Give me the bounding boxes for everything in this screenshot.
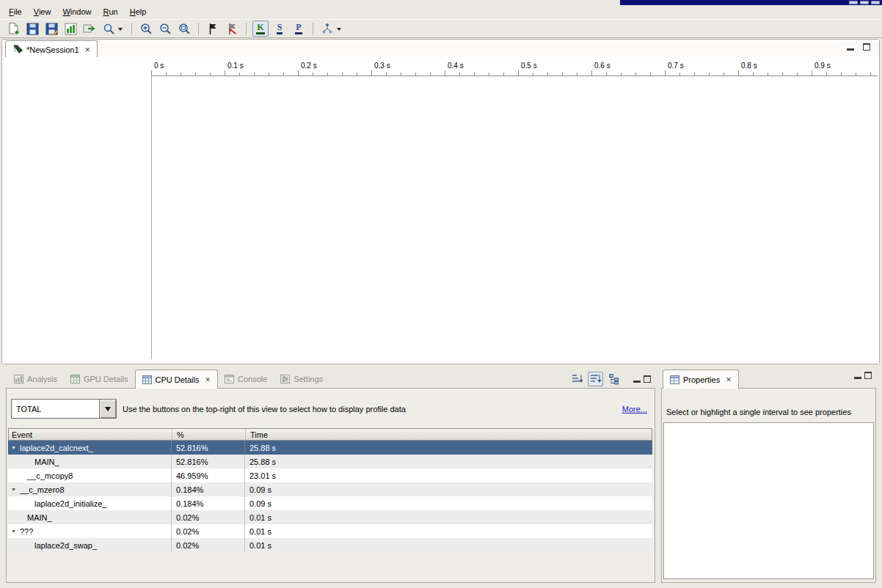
time-cell: 0.01 s: [245, 524, 652, 538]
time-cell: 0.09 s: [245, 496, 652, 510]
process-mode-icon[interactable]: P: [291, 21, 307, 37]
tab-cpu-details[interactable]: CPU Details ✕: [135, 370, 218, 389]
expander-icon[interactable]: ▼: [11, 441, 20, 455]
minimize-view-icon[interactable]: [633, 376, 641, 383]
maximize-view-icon[interactable]: [864, 372, 872, 379]
event-table-body: ▼laplace2d_calcnext_52.816%25.88 sMAIN_5…: [8, 441, 652, 552]
run-analysis-icon[interactable]: [319, 21, 335, 37]
column-header-percent[interactable]: %: [172, 429, 246, 440]
ruler-minor-tick: [547, 73, 548, 76]
save-icon[interactable]: [24, 21, 40, 37]
minimize-view-icon[interactable]: [847, 44, 854, 51]
menu-help[interactable]: Help: [124, 7, 153, 18]
tab-settings[interactable]: Settings: [274, 370, 329, 388]
query-dropdown-icon[interactable]: [118, 28, 123, 33]
more-link[interactable]: More...: [622, 405, 647, 414]
ruler-minor-tick: [562, 73, 563, 76]
toolbar-separator: [131, 23, 132, 35]
event-label: __c_mcopy8: [27, 471, 73, 480]
table-row[interactable]: laplace2d_initialize_0.184%0.09 s: [8, 496, 652, 510]
clear-flag-icon[interactable]: [224, 21, 240, 37]
maximize-view-icon[interactable]: [863, 43, 870, 51]
ruler-minor-tick: [870, 73, 871, 76]
ruler-minor-tick: [327, 73, 328, 76]
sort-by-percent-icon[interactable]: [569, 372, 585, 386]
ruler-minor-tick: [694, 73, 695, 76]
new-session-icon[interactable]: [5, 21, 21, 37]
tree-view-icon[interactable]: [606, 372, 622, 386]
window-minimize-icon[interactable]: [849, 1, 858, 4]
ruler-major-tick: [225, 70, 225, 76]
session-editor: *NewSession1 ✕ 0 s0.1 s0.2 s0.3 s0.4 s0.…: [1, 39, 880, 364]
ruler-minor-tick: [269, 73, 269, 76]
percent-cell: 52.816%: [172, 441, 245, 455]
sort-by-time-icon[interactable]: [588, 372, 603, 386]
zoom-in-icon[interactable]: [138, 21, 154, 37]
expander-icon[interactable]: ▼: [11, 524, 20, 538]
tab-analysis[interactable]: Analysis: [7, 370, 64, 388]
expander-icon[interactable]: ▼: [11, 482, 20, 496]
analysis-dropdown-icon[interactable]: [337, 28, 341, 33]
timeline-canvas: [152, 76, 879, 364]
ruler-minor-tick: [181, 73, 181, 76]
table-row[interactable]: __c_mcopy846.959%23.01 s: [8, 468, 652, 482]
table-row[interactable]: laplace2d_swap_0.02%0.01 s: [8, 538, 652, 552]
query-icon[interactable]: [101, 21, 117, 37]
close-tab-icon[interactable]: ✕: [726, 376, 732, 383]
ruler-minor-tick: [577, 73, 577, 76]
table-row[interactable]: MAIN_52.816%25.88 s: [8, 455, 652, 468]
combo-dropdown-button[interactable]: [99, 400, 116, 418]
percent-cell: 0.02%: [172, 510, 245, 524]
tab-console[interactable]: Console: [218, 370, 274, 388]
table-row[interactable]: ▼???0.02%0.01 s: [8, 524, 652, 538]
ruler-major-tick: [591, 70, 592, 76]
kernel-mode-icon[interactable]: K: [252, 21, 269, 37]
event-cell: ▼__c_mzero8: [8, 482, 172, 496]
save-all-icon[interactable]: [43, 21, 59, 37]
tab-properties[interactable]: Properties ✕: [663, 370, 739, 389]
ruler-minor-tick: [430, 73, 431, 76]
ruler-major-tick: [298, 70, 299, 76]
toolbar-separator: [313, 23, 313, 35]
properties-content: [663, 422, 874, 579]
window-close-icon[interactable]: [871, 1, 880, 4]
column-header-event[interactable]: Event: [9, 429, 172, 440]
ruler-major-tick: [371, 70, 372, 76]
zoom-fit-icon[interactable]: [176, 21, 192, 37]
stream-mode-icon[interactable]: S: [271, 21, 288, 37]
table-row[interactable]: ▼laplace2d_calcnext_52.816%25.88 s: [8, 441, 652, 455]
menu-window[interactable]: Window: [57, 7, 97, 18]
ruler-minor-tick: [489, 73, 489, 76]
tab-newsession1[interactable]: *NewSession1 ✕: [5, 40, 98, 58]
ruler-label: 0 s: [154, 62, 164, 70]
menu-file[interactable]: File: [3, 7, 28, 18]
percent-cell: 0.02%: [172, 538, 245, 552]
export-profile-icon[interactable]: [81, 21, 98, 37]
event-cell: ▼???: [8, 524, 172, 538]
properties-body: Select or highlight a single interval to…: [661, 388, 876, 583]
ruler-label: 0.9 s: [814, 62, 831, 70]
table-row[interactable]: MAIN_0.02%0.01 s: [8, 510, 652, 524]
chart-icon[interactable]: [62, 21, 79, 37]
cpu-details-tab-icon: [142, 375, 152, 384]
tab-gpu-details[interactable]: GPU Details: [64, 370, 135, 388]
maximize-view-icon[interactable]: [644, 375, 651, 383]
close-tab-icon[interactable]: ✕: [85, 46, 91, 54]
menu-run[interactable]: Run: [98, 7, 124, 18]
window-maximize-icon[interactable]: [860, 1, 869, 4]
ruler-major-tick: [151, 70, 152, 76]
tab-label: Properties: [683, 375, 720, 384]
event-label: laplace2d_initialize_: [34, 499, 106, 508]
display-mode-select[interactable]: TOTAL: [11, 399, 117, 419]
column-header-time[interactable]: Time: [246, 429, 652, 440]
ruler-minor-tick: [724, 73, 724, 76]
event-cell: laplace2d_swap_: [8, 538, 172, 552]
menu-view[interactable]: View: [28, 7, 57, 18]
minimize-view-icon[interactable]: [854, 372, 861, 379]
close-tab-icon[interactable]: ✕: [205, 376, 211, 383]
add-flag-icon[interactable]: [205, 21, 221, 37]
ruler-major-tick: [665, 70, 666, 76]
ruler-minor-tick: [621, 73, 622, 76]
table-row[interactable]: ▼__c_mzero80.184%0.09 s: [8, 482, 652, 496]
zoom-out-icon[interactable]: [157, 21, 173, 37]
